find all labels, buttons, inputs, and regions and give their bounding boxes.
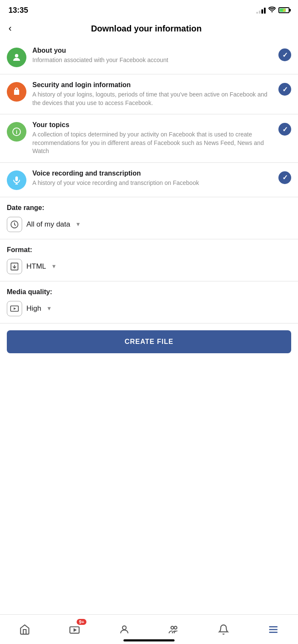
- wifi-icon: [268, 6, 276, 14]
- svg-point-0: [15, 54, 18, 57]
- svg-point-13: [122, 626, 126, 630]
- media-quality-label: Media quality:: [7, 288, 291, 296]
- topics-text: Your topics A collection of topics deter…: [32, 121, 272, 156]
- security-desc: A history of your logins, logouts, perio…: [32, 91, 272, 107]
- security-title: Security and login information: [32, 81, 272, 89]
- security-checkbox[interactable]: ✓: [278, 83, 291, 96]
- voice-title: Voice recording and transcription: [32, 170, 272, 177]
- clock-icon: [7, 217, 22, 232]
- format-label: Format:: [7, 246, 291, 254]
- about-you-text: About you Information associated with yo…: [32, 47, 272, 65]
- svg-text:i: i: [16, 129, 17, 135]
- svg-point-15: [174, 626, 177, 629]
- nav-item-watch[interactable]: 9+: [62, 620, 87, 641]
- nav-item-menu[interactable]: [261, 620, 286, 641]
- topics-icon: i: [7, 122, 26, 142]
- media-quality-section: Media quality: High ▼: [0, 281, 298, 323]
- media-quality-dropdown[interactable]: High ▼: [7, 301, 291, 320]
- status-icons: ⚡: [256, 6, 289, 14]
- groups-icon: [168, 624, 179, 637]
- page-header: ‹ Download your information: [0, 19, 298, 40]
- back-button[interactable]: ‹: [9, 23, 11, 34]
- status-time: 13:35: [9, 6, 28, 15]
- svg-point-14: [171, 626, 174, 629]
- voice-icon: [7, 170, 26, 190]
- voice-desc: A history of your voice recording and tr…: [32, 179, 272, 187]
- date-range-value: All of my data: [26, 220, 70, 229]
- page-title: Download your information: [16, 24, 277, 34]
- home-icon: [19, 624, 30, 637]
- watch-icon: [69, 624, 80, 637]
- security-icon: [7, 82, 26, 102]
- voice-text: Voice recording and transcription A hist…: [32, 170, 272, 187]
- media-quality-value: High: [26, 304, 41, 313]
- date-range-dropdown[interactable]: All of my data ▼: [7, 217, 291, 235]
- list-item[interactable]: Security and login information A history…: [0, 74, 298, 114]
- date-range-label: Date range:: [7, 204, 291, 212]
- date-range-section: Date range: All of my data ▼: [0, 197, 298, 239]
- create-file-button[interactable]: CREATE FILE: [7, 330, 291, 353]
- topics-desc: A collection of topics determined by you…: [32, 131, 272, 156]
- svg-rect-4: [15, 176, 18, 181]
- about-you-desc: Information associated with your Faceboo…: [32, 56, 272, 65]
- svg-marker-12: [74, 628, 77, 632]
- nav-item-profile[interactable]: [112, 620, 137, 641]
- create-file-section: CREATE FILE: [0, 323, 298, 362]
- list-item[interactable]: Voice recording and transcription A hist…: [0, 163, 298, 197]
- home-indicator: [123, 639, 175, 641]
- data-categories-list: About you Information associated with yo…: [0, 40, 298, 197]
- bell-icon: [218, 624, 229, 637]
- profile-icon: [119, 624, 130, 637]
- chevron-down-icon: ▼: [51, 263, 57, 270]
- list-item[interactable]: About you Information associated with yo…: [0, 40, 298, 74]
- download-icon: [7, 259, 22, 274]
- status-bar: 13:35 ⚡: [0, 0, 298, 19]
- nav-item-home[interactable]: [12, 620, 37, 641]
- chevron-down-icon: ▼: [46, 305, 52, 312]
- chevron-down-icon: ▼: [75, 221, 81, 227]
- svg-marker-10: [14, 307, 16, 310]
- topics-checkbox[interactable]: ✓: [278, 123, 291, 136]
- signal-icon: [256, 7, 266, 14]
- security-text: Security and login information A history…: [32, 81, 272, 107]
- voice-checkbox[interactable]: ✓: [278, 171, 291, 184]
- about-you-title: About you: [32, 47, 272, 54]
- watch-badge: 9+: [77, 619, 86, 625]
- list-item[interactable]: i Your topics A collection of topics det…: [0, 114, 298, 163]
- battery-icon: ⚡: [278, 7, 289, 13]
- format-dropdown[interactable]: HTML ▼: [7, 259, 291, 278]
- format-section: Format: HTML ▼: [0, 239, 298, 281]
- topics-title: Your topics: [32, 121, 272, 129]
- media-icon: [7, 301, 22, 316]
- about-you-icon: [7, 48, 26, 67]
- nav-item-notifications[interactable]: [211, 620, 236, 641]
- format-value: HTML: [26, 262, 46, 271]
- menu-icon: [268, 624, 279, 637]
- about-you-checkbox[interactable]: ✓: [278, 48, 291, 61]
- nav-item-groups[interactable]: [161, 620, 186, 641]
